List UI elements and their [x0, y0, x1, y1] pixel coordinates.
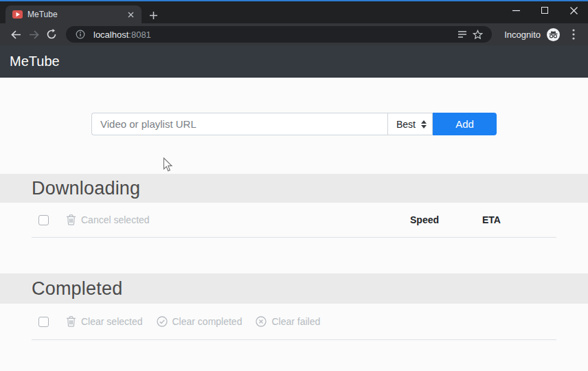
refresh-icon[interactable]	[43, 25, 60, 43]
browser-menu-kebab-icon[interactable]	[566, 27, 581, 42]
quality-select[interactable]: Best	[387, 113, 433, 135]
clear-failed-button[interactable]: Clear failed	[256, 316, 320, 327]
mouse-cursor-icon	[163, 157, 173, 175]
clear-selected-button[interactable]: Clear selected	[66, 316, 143, 327]
app-navbar: MeTube	[0, 45, 588, 78]
quality-selected-value: Best	[396, 119, 416, 130]
downloading-select-all-checkbox[interactable]	[38, 215, 49, 225]
clear-completed-button[interactable]: Clear completed	[157, 316, 242, 327]
browser-tab-metube[interactable]: MeTube	[5, 5, 142, 23]
add-url-form: Best Add	[0, 113, 588, 135]
minimize-icon[interactable]	[501, 0, 530, 21]
forward-icon[interactable]	[25, 25, 43, 43]
add-button[interactable]: Add	[433, 113, 497, 135]
incognito-icon	[547, 28, 560, 41]
reading-list-lines-icon[interactable]	[455, 27, 470, 41]
trash-icon	[66, 214, 76, 225]
clear-completed-label: Clear completed	[172, 316, 242, 327]
completed-divider	[32, 339, 556, 340]
address-port: :8081	[128, 30, 151, 40]
back-icon[interactable]	[7, 25, 25, 43]
window-controls	[501, 0, 588, 21]
completed-select-all-checkbox[interactable]	[38, 317, 49, 327]
maximize-icon[interactable]	[530, 0, 559, 21]
completed-title: Completed	[32, 278, 122, 300]
clear-failed-label: Clear failed	[271, 316, 320, 327]
browser-titlebar: MeTube	[0, 0, 588, 23]
completed-section-header: Completed	[0, 273, 588, 304]
downloading-section-header: Downloading	[0, 174, 588, 203]
clear-selected-label: Clear selected	[81, 316, 143, 327]
cancel-selected-label: Cancel selected	[81, 214, 150, 225]
close-window-icon[interactable]	[559, 0, 588, 21]
incognito-label: Incognito	[504, 30, 541, 40]
x-circle-icon	[256, 316, 267, 327]
tab-close-icon[interactable]	[125, 9, 136, 20]
cancel-selected-button[interactable]: Cancel selected	[66, 214, 150, 225]
address-url[interactable]: localhost:8081	[93, 30, 455, 40]
metube-favicon-icon	[12, 10, 23, 19]
select-arrows-icon	[421, 120, 427, 128]
downloading-toolbar: Cancel selected Speed ETA	[0, 203, 588, 237]
eta-column-header: ETA	[482, 214, 501, 225]
tab-title: MeTube	[27, 10, 125, 19]
address-host: localhost	[93, 30, 128, 40]
new-tab-icon[interactable]	[147, 9, 159, 21]
downloading-divider	[32, 237, 556, 238]
video-url-input[interactable]	[91, 113, 387, 135]
trash-icon	[66, 316, 76, 327]
check-circle-icon	[157, 316, 168, 327]
address-bar[interactable]: localhost:8081	[66, 26, 492, 43]
downloading-title: Downloading	[32, 178, 140, 199]
app-brand: MeTube	[10, 54, 60, 69]
speed-column-header: Speed	[410, 214, 439, 225]
browser-toolbar: localhost:8081 Incognito	[0, 23, 588, 45]
completed-toolbar: Clear selected Clear completed Clear fai…	[0, 304, 588, 339]
bookmark-star-icon[interactable]	[470, 27, 485, 41]
page-info-icon[interactable]	[73, 27, 88, 41]
